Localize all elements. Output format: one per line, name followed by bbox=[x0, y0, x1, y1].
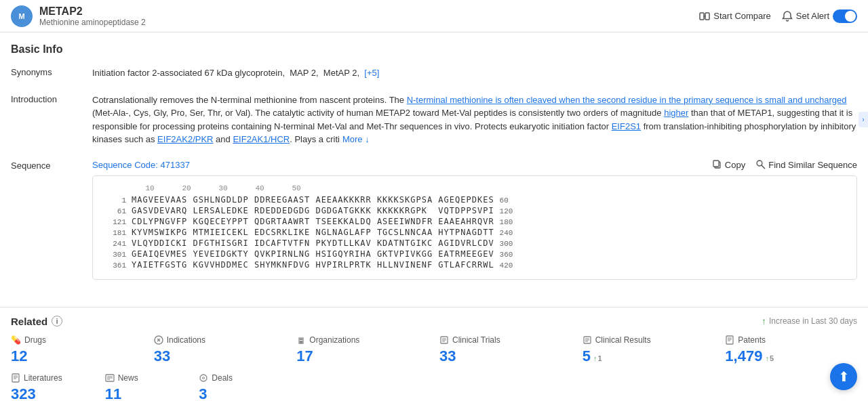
stat-literatures[interactable]: Literatures 323 bbox=[11, 373, 94, 402]
patents-icon bbox=[725, 335, 734, 345]
patents-label: Patents bbox=[738, 335, 766, 345]
stat-organizations[interactable]: Organizations 17 bbox=[296, 335, 429, 365]
synonyms-more-link[interactable]: [+5] bbox=[364, 68, 379, 78]
seq-ruler: 10 20 30 40 50 bbox=[101, 184, 848, 192]
stat-indications[interactable]: Indications 33 bbox=[154, 335, 286, 365]
clinical-trials-icon bbox=[439, 335, 449, 345]
svg-rect-29 bbox=[12, 374, 19, 382]
related-section: Related i ↑ Increase in Last 30 days 💊 D… bbox=[0, 307, 868, 402]
drugs-label: Drugs bbox=[24, 335, 46, 345]
introduction-row: Introduction Cotranslationally removes t… bbox=[11, 93, 857, 146]
clinical-results-label: Clinical Results bbox=[595, 335, 651, 345]
header: M METAP2 Methionine aminopeptidase 2 Sta… bbox=[0, 0, 868, 33]
stat-news[interactable]: News 11 bbox=[105, 373, 189, 402]
page-title: METAP2 bbox=[39, 5, 146, 18]
compare-icon bbox=[699, 11, 710, 22]
fab-icon: ⬆ bbox=[838, 368, 850, 385]
deals-label: Deals bbox=[212, 373, 233, 383]
literatures-count: 323 bbox=[11, 385, 36, 402]
svg-rect-25 bbox=[726, 336, 733, 344]
indications-label: Indications bbox=[167, 335, 205, 345]
header-right: Start Compare Set Alert bbox=[699, 9, 857, 23]
stat-clinical-trials[interactable]: Clinical Trials 33 bbox=[439, 335, 572, 365]
increase-arrow-icon: ↑ bbox=[762, 316, 766, 326]
stat-clinical-results[interactable]: Clinical Results 5 ↑ 1 bbox=[583, 335, 715, 365]
copy-icon bbox=[713, 160, 722, 169]
title-block: METAP2 Methionine aminopeptidase 2 bbox=[39, 5, 146, 27]
svg-rect-15 bbox=[300, 339, 301, 340]
page-subtitle: Methionine aminopeptidase 2 bbox=[39, 18, 146, 27]
copy-button[interactable]: Copy bbox=[713, 160, 745, 170]
indications-count: 33 bbox=[154, 347, 170, 365]
news-count: 11 bbox=[105, 385, 121, 402]
seq-row-2: 61 GASVDEVARQ LERSALEDKE RDEDDEDGDG DGDG… bbox=[101, 206, 848, 215]
sequence-box[interactable]: 10 20 30 40 50 1 MAGVEEVAAS GSHLNGDLDP D… bbox=[92, 175, 857, 280]
sequence-actions: Copy Find Similar Sequence bbox=[713, 160, 857, 170]
news-icon bbox=[105, 373, 115, 383]
svg-text:M: M bbox=[18, 12, 24, 20]
right-panel-toggle[interactable]: › bbox=[859, 112, 868, 127]
clinical-trials-label: Clinical Trials bbox=[452, 335, 500, 345]
seq-row-5: 241 VLQYDDICKI DFGTHISGRI IDCAFTVTFN PKY… bbox=[101, 238, 848, 248]
patents-count: 1,479 bbox=[725, 347, 762, 365]
header-left: M METAP2 Methionine aminopeptidase 2 bbox=[11, 5, 146, 27]
clinical-results-badge: ↑ 1 bbox=[593, 354, 602, 362]
svg-rect-14 bbox=[301, 341, 302, 343]
stat-patents[interactable]: Patents 1,479 ↑ 5 bbox=[725, 335, 857, 365]
clinical-trials-count: 33 bbox=[439, 347, 456, 365]
svg-rect-3 bbox=[705, 13, 709, 20]
svg-rect-13 bbox=[300, 341, 301, 343]
alert-icon bbox=[782, 11, 793, 22]
set-alert-button[interactable]: Set Alert bbox=[782, 9, 857, 23]
increase-label: ↑ Increase in Last 30 days bbox=[762, 316, 857, 326]
app-icon: M bbox=[11, 5, 33, 27]
deals-count: 3 bbox=[199, 385, 207, 402]
stat-deals[interactable]: Deals 3 bbox=[199, 373, 282, 402]
news-label: News bbox=[118, 373, 138, 383]
svg-rect-2 bbox=[700, 13, 704, 20]
literatures-icon bbox=[11, 373, 20, 383]
organizations-label: Organizations bbox=[309, 335, 359, 345]
introduction-text: Cotranslationally removes the N-terminal… bbox=[92, 93, 857, 146]
drugs-count: 12 bbox=[11, 347, 27, 365]
related-header: Related i ↑ Increase in Last 30 days bbox=[11, 316, 857, 327]
organizations-icon bbox=[296, 335, 306, 345]
drugs-icon: 💊 bbox=[11, 335, 21, 345]
introduction-label: Introduction bbox=[11, 93, 92, 104]
sequence-container: Sequence Code: 471337 Copy bbox=[92, 160, 857, 280]
sequence-code: Sequence Code: 471337 bbox=[92, 160, 190, 170]
stats-grid-row2: Literatures 323 News 11 bbox=[11, 373, 282, 402]
alert-toggle[interactable] bbox=[833, 9, 857, 23]
indications-icon bbox=[154, 335, 163, 345]
deals-icon bbox=[199, 373, 208, 383]
chevron-right-icon: › bbox=[862, 116, 864, 123]
related-info-icon[interactable]: i bbox=[52, 316, 62, 326]
basic-info-title: Basic Info bbox=[11, 43, 857, 56]
start-compare-button[interactable]: Start Compare bbox=[699, 11, 771, 22]
find-similar-button[interactable]: Find Similar Sequence bbox=[756, 160, 857, 170]
svg-rect-6 bbox=[713, 161, 719, 167]
synonyms-value: Initiation factor 2-associated 67 kDa gl… bbox=[92, 66, 857, 80]
literatures-label: Literatures bbox=[24, 373, 62, 383]
seq-row-1: 1 MAGVEEVAAS GSHLNGDLDP DDREEGAAST AEEAA… bbox=[101, 195, 848, 205]
patents-badge: ↑ 5 bbox=[765, 354, 774, 362]
sequence-code-link[interactable]: 471337 bbox=[160, 160, 189, 170]
sequence-header: Sequence Code: 471337 Copy bbox=[92, 160, 857, 170]
svg-line-8 bbox=[762, 165, 765, 169]
fab-button[interactable]: ⬆ bbox=[830, 363, 857, 390]
sequence-row: Sequence Sequence Code: 471337 Copy bbox=[11, 160, 857, 280]
svg-rect-16 bbox=[301, 339, 302, 340]
find-similar-icon bbox=[756, 160, 766, 169]
seq-row-6: 301 GEAIQEVMES YEVEIDGKTY QVKPIRNLNG HSI… bbox=[101, 249, 848, 259]
introduction-more-link[interactable]: More ↓ bbox=[342, 134, 370, 144]
synonyms-label: Synonyms bbox=[11, 66, 92, 77]
main-content: Basic Info Synonyms Initiation factor 2-… bbox=[0, 33, 868, 304]
stat-drugs[interactable]: 💊 Drugs 12 bbox=[11, 335, 143, 365]
svg-point-7 bbox=[757, 161, 762, 166]
seq-row-7: 361 YAIETFGSTG KGVVHDDMEC SHYMKNFDVG HVP… bbox=[101, 260, 848, 270]
related-title: Related i bbox=[11, 316, 62, 327]
seq-row-3: 121 CDLYPNGVFP KGQECEYPPT QDGRTAAWRT TSE… bbox=[101, 217, 848, 226]
svg-point-37 bbox=[200, 375, 207, 381]
organizations-count: 17 bbox=[296, 347, 313, 365]
synonyms-row: Synonyms Initiation factor 2-associated … bbox=[11, 66, 857, 80]
